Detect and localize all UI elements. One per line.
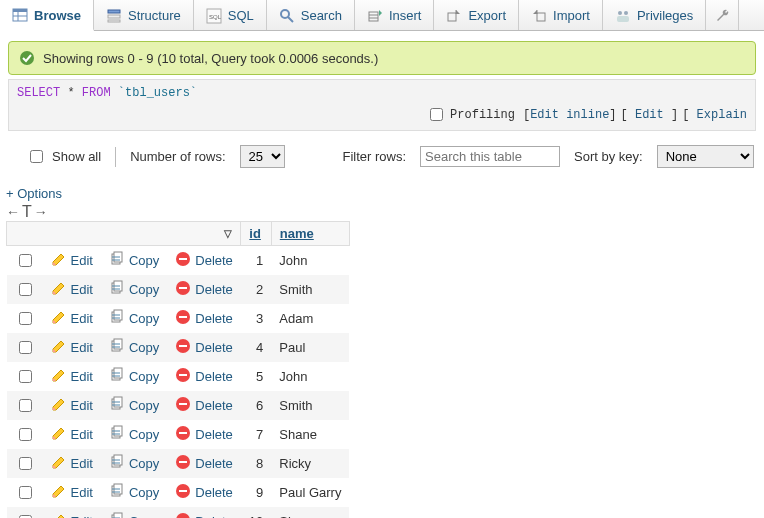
tab-structure[interactable]: Structure — [94, 0, 194, 30]
sort-select[interactable]: None — [657, 145, 754, 168]
table-row: EditCopyDelete6Smith — [7, 391, 350, 420]
copy-row-link[interactable]: Copy — [109, 338, 159, 357]
row-checkbox[interactable] — [19, 457, 32, 470]
row-checkbox[interactable] — [19, 399, 32, 412]
table-row: EditCopyDelete1John — [7, 246, 350, 276]
delete-row-link[interactable]: Delete — [175, 454, 233, 473]
arrow-left-icon[interactable]: ← — [6, 204, 20, 220]
row-checkbox[interactable] — [19, 254, 32, 267]
cell-name: Paul Garry — [271, 478, 349, 507]
sort-label: Sort by key: — [574, 149, 643, 164]
row-checkbox[interactable] — [19, 486, 32, 499]
options-toggle[interactable]: + Options — [6, 186, 764, 201]
cell-name: Adam — [271, 304, 349, 333]
tab-import[interactable]: Import — [519, 0, 603, 30]
edit-row-link[interactable]: Edit — [51, 425, 93, 444]
tab-privileges[interactable]: Privileges — [603, 0, 706, 30]
tab-more[interactable] — [706, 0, 739, 30]
delete-row-link[interactable]: Delete — [175, 512, 233, 518]
delete-row-link[interactable]: Delete — [175, 309, 233, 328]
sql-icon: SQL — [206, 8, 222, 24]
edit-row-link[interactable]: Edit — [51, 454, 93, 473]
svg-rect-14 — [448, 13, 456, 21]
export-icon — [446, 8, 462, 24]
copy-icon — [109, 280, 125, 299]
svg-rect-11 — [369, 12, 378, 21]
tab-label: Insert — [389, 8, 422, 23]
copy-row-link[interactable]: Copy — [109, 454, 159, 473]
col-header-id[interactable]: id — [241, 222, 271, 246]
copy-row-link[interactable]: Copy — [109, 367, 159, 386]
tab-search[interactable]: Search — [267, 0, 355, 30]
col-header-name[interactable]: name — [271, 222, 349, 246]
edit-row-link[interactable]: Edit — [51, 251, 93, 270]
cell-id: 3 — [241, 304, 271, 333]
show-all-checkbox[interactable] — [30, 150, 43, 163]
edit-row-link[interactable]: Edit — [51, 396, 93, 415]
tab-sql[interactable]: SQL SQL — [194, 0, 267, 30]
delete-row-link[interactable]: Delete — [175, 425, 233, 444]
success-banner: Showing rows 0 - 9 (10 total, Query took… — [8, 41, 756, 75]
cell-name: John — [271, 362, 349, 391]
numrows-select[interactable]: 25 — [240, 145, 285, 168]
copy-icon — [109, 512, 125, 518]
copy-row-link[interactable]: Copy — [109, 309, 159, 328]
delete-row-link[interactable]: Delete — [175, 280, 233, 299]
table-row: EditCopyDelete3Adam — [7, 304, 350, 333]
svg-rect-1 — [13, 9, 27, 12]
delete-row-link[interactable]: Delete — [175, 251, 233, 270]
delete-row-link[interactable]: Delete — [175, 338, 233, 357]
minus-circle-icon — [175, 454, 191, 473]
table-row: EditCopyDelete4Paul — [7, 333, 350, 362]
cell-name: Shane — [271, 507, 349, 518]
tab-label: Export — [468, 8, 506, 23]
tab-export[interactable]: Export — [434, 0, 519, 30]
pencil-icon — [51, 338, 67, 357]
cell-name: Smith — [271, 275, 349, 304]
row-checkbox[interactable] — [19, 312, 32, 325]
profiling-checkbox[interactable] — [430, 108, 443, 121]
cell-id: 2 — [241, 275, 271, 304]
tab-insert[interactable]: Insert — [355, 0, 435, 30]
profiling-checkbox-label[interactable]: Profiling — [426, 105, 515, 124]
row-checkbox[interactable] — [19, 370, 32, 383]
arrow-right-icon[interactable]: → — [34, 204, 48, 220]
delete-row-link[interactable]: Delete — [175, 483, 233, 502]
copy-row-link[interactable]: Copy — [109, 251, 159, 270]
edit-link[interactable]: Edit — [635, 108, 664, 122]
copy-row-link[interactable]: Copy — [109, 512, 159, 518]
edit-row-link[interactable]: Edit — [51, 367, 93, 386]
edit-row-link[interactable]: Edit — [51, 338, 93, 357]
divider — [115, 147, 116, 167]
copy-row-link[interactable]: Copy — [109, 425, 159, 444]
row-checkbox[interactable] — [19, 341, 32, 354]
row-checkbox[interactable] — [19, 283, 32, 296]
privileges-icon — [615, 8, 631, 24]
cell-name: Smith — [271, 391, 349, 420]
search-icon — [279, 8, 295, 24]
edit-row-link[interactable]: Edit — [51, 512, 93, 518]
tab-label: Import — [553, 8, 590, 23]
delete-row-link[interactable]: Delete — [175, 367, 233, 386]
t-icon[interactable]: T — [22, 203, 32, 221]
chevron-down-icon[interactable]: ▽ — [224, 228, 232, 239]
explain-link[interactable]: Explain — [697, 108, 747, 122]
edit-row-link[interactable]: Edit — [51, 483, 93, 502]
edit-row-link[interactable]: Edit — [51, 280, 93, 299]
tab-bar: Browse Structure SQL SQL Search Insert E… — [0, 0, 764, 31]
filter-input[interactable] — [420, 146, 560, 167]
copy-row-link[interactable]: Copy — [109, 483, 159, 502]
edit-row-link[interactable]: Edit — [51, 309, 93, 328]
cell-id: 8 — [241, 449, 271, 478]
show-all-label[interactable]: Show all — [26, 147, 101, 166]
copy-row-link[interactable]: Copy — [109, 396, 159, 415]
svg-rect-16 — [537, 13, 545, 21]
copy-row-link[interactable]: Copy — [109, 280, 159, 299]
column-handles[interactable]: ←T→ — [6, 203, 764, 221]
tab-browse[interactable]: Browse — [0, 0, 94, 31]
delete-row-link[interactable]: Delete — [175, 396, 233, 415]
row-checkbox[interactable] — [19, 428, 32, 441]
table-row: EditCopyDelete10Shane — [7, 507, 350, 518]
edit-inline-link[interactable]: Edit inline — [530, 108, 609, 122]
svg-rect-27 — [179, 258, 187, 260]
